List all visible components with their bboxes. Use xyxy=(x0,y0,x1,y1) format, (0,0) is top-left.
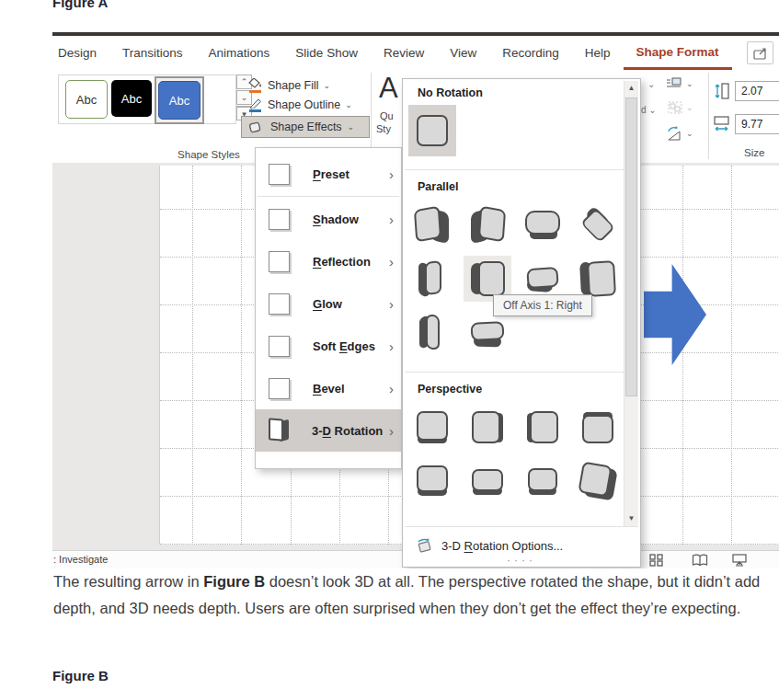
shape-outline-button[interactable]: Shape Outline ⌄ xyxy=(248,98,352,112)
thumb-isometric-top-up[interactable] xyxy=(519,202,567,248)
thumb-no-rotation[interactable] xyxy=(408,105,456,156)
menu-item-soft-edges[interactable]: Soft Edges › xyxy=(256,325,401,367)
reading-view-button[interactable] xyxy=(692,554,708,567)
cube-icon xyxy=(415,464,450,499)
tab-recording[interactable]: Recording xyxy=(489,36,572,70)
perspective-section-title: Perspective xyxy=(418,383,482,396)
cube-icon xyxy=(525,410,560,445)
body-paragraph: The resulting arrow in Figure B doesn’t … xyxy=(53,568,763,621)
tab-slide-show[interactable]: Slide Show xyxy=(282,36,371,70)
no-rotation-section-title: No Rotation xyxy=(418,86,483,99)
submenu-arrow-icon: › xyxy=(389,423,394,439)
slideshow-view-button[interactable] xyxy=(732,554,749,567)
submenu-arrow-icon: › xyxy=(389,254,394,270)
shape-styles-group-label: Shape Styles xyxy=(144,149,273,160)
menu-item-preset[interactable]: Preset › xyxy=(256,153,401,195)
tab-design[interactable]: Design xyxy=(52,36,109,70)
menu-item-label: Glow xyxy=(313,297,342,311)
align-objects-button[interactable]: ⌄ xyxy=(665,76,693,91)
shape-fill-button[interactable]: Shape Fill ⌄ xyxy=(248,78,330,93)
shape-effects-icon xyxy=(247,120,262,134)
menu-item-reflection[interactable]: Reflection › xyxy=(256,240,401,282)
shape-width-input[interactable]: 9.77 xyxy=(735,114,779,134)
menu-item-3d-rotation[interactable]: 3-D Rotation › xyxy=(256,409,401,452)
tab-shape-format[interactable]: Shape Format xyxy=(624,36,732,70)
slide-gridline xyxy=(682,166,683,545)
thumb-off-axis-1-left[interactable] xyxy=(408,256,456,302)
flyout-scrollbar[interactable]: ▲ ▼ xyxy=(624,81,638,526)
options-label: 3-D Rotation Options... xyxy=(441,539,563,553)
slide-gridline xyxy=(192,166,193,545)
scroll-down-button[interactable]: ▼ xyxy=(624,511,638,526)
group-separator xyxy=(371,73,372,159)
3d-rotation-icon xyxy=(269,419,289,442)
submenu-arrow-icon: › xyxy=(389,339,394,354)
off-axis-tooltip: Off Axis 1: Right xyxy=(493,294,592,316)
menu-item-label: Preset xyxy=(313,167,349,181)
cube-icon xyxy=(470,464,505,499)
thumb-perspective-below[interactable] xyxy=(408,458,456,504)
flyout-resize-grip[interactable]: ···· xyxy=(403,554,640,567)
flyout-separator xyxy=(405,372,624,373)
shape-effects-button[interactable]: Shape Effects ⌄ xyxy=(241,116,370,138)
menu-item-shadow[interactable]: Shadow › xyxy=(256,198,401,240)
tab-view[interactable]: View xyxy=(437,36,489,70)
clipped-button-fragment: d ⌄ xyxy=(641,105,657,115)
menu-item-glow[interactable]: Glow › xyxy=(256,282,401,325)
ribbon-tab-bar: Design Transitions Animations Slide Show… xyxy=(52,36,779,71)
slide-sorter-view-button[interactable] xyxy=(649,554,666,567)
thumb-off-axis-2-right[interactable] xyxy=(408,309,456,355)
align-objects-icon xyxy=(665,76,683,91)
cube-icon xyxy=(470,315,505,350)
thumb-perspective-above[interactable] xyxy=(574,405,622,451)
article-page: Figure A Design Transitions Animations S… xyxy=(0,0,779,700)
fill-color-bar xyxy=(249,90,261,94)
thumb-perspective-left[interactable] xyxy=(464,405,511,451)
tab-review[interactable]: Review xyxy=(371,36,437,70)
tab-transitions[interactable]: Transitions xyxy=(109,36,196,70)
height-field-row: 2.07 xyxy=(714,81,779,101)
style-swatch-outline[interactable]: Abc xyxy=(65,80,108,119)
thumb-perspective-contrasting[interactable] xyxy=(574,458,622,504)
chevron-down-icon: ⌄ xyxy=(686,79,693,88)
chevron-down-icon: ⌄ xyxy=(348,122,355,132)
tab-help[interactable]: Help xyxy=(572,36,624,70)
slide-thumbnails-pane[interactable] xyxy=(52,166,159,545)
thumb-perspective-relaxed[interactable] xyxy=(464,458,511,504)
quick-styles-partial-line1: Qu xyxy=(380,110,394,121)
paint-bucket-icon xyxy=(248,78,263,93)
quick-styles-partial-line2: Sty xyxy=(376,123,391,134)
style-swatch-blue[interactable]: Abc xyxy=(158,81,200,120)
shape-outline-label: Shape Outline xyxy=(268,98,340,111)
thumb-isometric-bottom-down[interactable] xyxy=(574,202,622,248)
width-field-row: 9.77 xyxy=(714,114,779,134)
scrollbar-thumb[interactable] xyxy=(625,98,637,396)
tab-animations[interactable]: Animations xyxy=(196,36,283,70)
thumb-perspective-relaxed-2[interactable] xyxy=(519,458,567,504)
thumb-perspective-right[interactable] xyxy=(519,405,567,451)
shadow-icon xyxy=(269,209,290,230)
cube-icon xyxy=(470,261,505,296)
group-objects-icon xyxy=(667,100,683,115)
size-group-label: Size xyxy=(744,147,764,158)
reflection-icon xyxy=(269,251,290,272)
group-objects-button[interactable]: ⌄ xyxy=(667,100,693,115)
submenu-arrow-icon: › xyxy=(389,212,394,227)
thumb-perspective-front[interactable] xyxy=(408,405,456,451)
shape-height-input[interactable]: 2.07 xyxy=(735,81,779,101)
thumb-isometric-right-up[interactable] xyxy=(464,202,511,248)
menu-separator xyxy=(258,196,399,197)
slide-gridline xyxy=(731,166,732,545)
cube-icon xyxy=(415,410,450,445)
cube-icon xyxy=(415,315,450,350)
cube-icon xyxy=(580,261,615,296)
thumb-isometric-left-down[interactable] xyxy=(408,202,456,248)
menu-item-label: Soft Edges xyxy=(313,339,375,353)
rotate-objects-button[interactable]: ⌄ xyxy=(665,125,693,142)
menu-item-bevel[interactable]: Bevel › xyxy=(256,367,401,409)
share-button[interactable] xyxy=(747,41,773,64)
book-icon xyxy=(692,554,708,567)
style-swatch-black[interactable]: Abc xyxy=(111,80,152,117)
scroll-up-button[interactable]: ▲ xyxy=(624,81,638,96)
chevron-down-icon: ⌄ xyxy=(345,100,352,109)
